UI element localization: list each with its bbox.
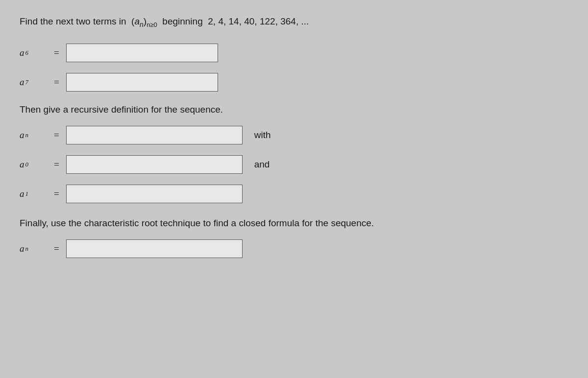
a0-row: a0 = and (20, 155, 568, 174)
a7-equals: = (54, 77, 59, 88)
an-final-label: an (20, 243, 49, 254)
seq-a: a (134, 16, 140, 26)
recursive-section-label: Then give a recursive definition for the… (20, 104, 568, 115)
intro-text: Find the next two terms in (20, 16, 126, 26)
with-text: with (254, 130, 271, 141)
a7-subscript: 7 (25, 78, 29, 86)
a0-input[interactable] (66, 155, 243, 174)
an-final-row: an = (20, 239, 568, 258)
a0-label: a0 (20, 159, 49, 170)
a6-input[interactable] (66, 44, 218, 62)
an-final-subscript: n (25, 245, 29, 253)
seq-ge-zero: n≥0 (147, 21, 157, 28)
a7-letter: a (20, 77, 24, 88)
a7-row: a7 = (20, 73, 568, 92)
sequence-values: 2, 4, 14, 40, 122, 364, ... (208, 16, 309, 26)
an-subscript: n (25, 131, 29, 139)
a7-label: a7 (20, 77, 49, 88)
a1-subscript: 1 (25, 190, 29, 198)
a1-input[interactable] (66, 185, 243, 203)
a6-label: a6 (20, 47, 49, 58)
and-text: and (254, 159, 270, 170)
final-section-label: Finally, use the characteristic root tec… (20, 218, 568, 229)
a7-input[interactable] (66, 73, 218, 92)
problem-statement: Find the next two terms in (an)n≥0 begin… (20, 15, 568, 30)
an-input[interactable] (66, 126, 243, 144)
an-row: an = with (20, 126, 568, 144)
page: Find the next two terms in (an)n≥0 begin… (0, 0, 588, 378)
a6-equals: = (54, 47, 59, 58)
an-letter: a (20, 130, 24, 141)
a0-letter: a (20, 159, 24, 170)
an-final-equals: = (54, 243, 59, 254)
a1-label: a1 (20, 189, 49, 199)
an-label: an (20, 130, 49, 141)
seq-n-sub: n (140, 21, 144, 28)
a1-row: a1 = (20, 185, 568, 203)
a1-letter: a (20, 189, 24, 199)
an-equals: = (54, 130, 59, 141)
a6-letter: a (20, 47, 24, 58)
a6-row: a6 = (20, 44, 568, 62)
beginning-text: beginning (162, 16, 202, 26)
an-final-letter: a (20, 243, 24, 254)
a0-subscript: 0 (25, 161, 29, 168)
a0-equals: = (54, 159, 59, 170)
a6-subscript: 6 (25, 49, 29, 57)
a1-equals: = (54, 189, 59, 199)
an-final-input[interactable] (66, 239, 243, 258)
